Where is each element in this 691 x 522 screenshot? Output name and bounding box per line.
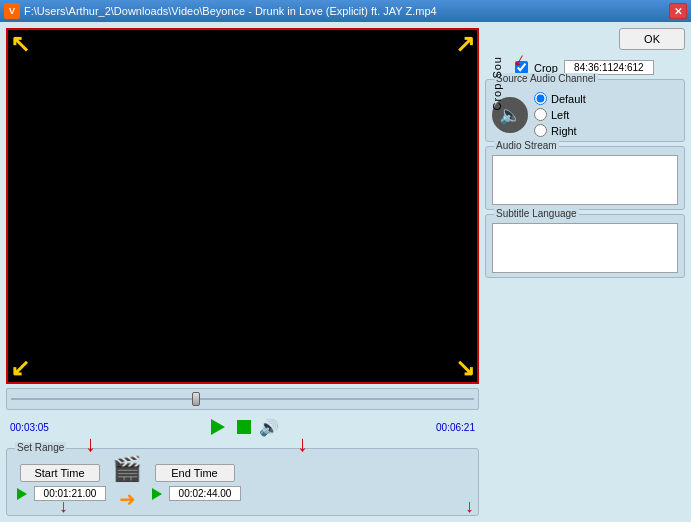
- play-button[interactable]: [207, 416, 229, 438]
- end-time-section: End Time: [148, 464, 241, 503]
- start-time-section: Start Time: [13, 464, 106, 503]
- end-time-button[interactable]: End Time: [155, 464, 235, 482]
- end-time-input[interactable]: [169, 486, 241, 501]
- timeline-area[interactable]: [6, 388, 479, 410]
- start-time-input[interactable]: [34, 486, 106, 501]
- radio-default[interactable]: Default: [534, 92, 586, 105]
- title-bar-left: V F:\Users\Arthur_2\Downloads\Video\Beyo…: [4, 3, 437, 19]
- source-audio-box: Source Audio Channel 🔈 Default Left: [485, 79, 685, 142]
- radio-left[interactable]: Left: [534, 108, 586, 121]
- audio-stream-box: Audio Stream: [485, 146, 685, 210]
- left-panel: ↖ ↗ ↙ ↘ 00:03:05: [6, 28, 479, 516]
- corner-arrow-bottomleft: ↙: [10, 356, 30, 380]
- radio-options: Default Left Right: [534, 92, 586, 137]
- orange-arrow-icon: ➜: [119, 487, 136, 511]
- crop-label[interactable]: Crop: [534, 62, 558, 74]
- radio-right-label: Right: [551, 125, 577, 137]
- playback-controls: 🔊: [207, 416, 279, 438]
- film-icon-container: 🎬 ➜: [112, 455, 142, 511]
- corner-arrow-bottomright: ↘: [455, 356, 475, 380]
- window-title: F:\Users\Arthur_2\Downloads\Video\Beyonc…: [24, 5, 437, 17]
- timeline-track[interactable]: [11, 391, 474, 407]
- close-button[interactable]: ✕: [669, 3, 687, 19]
- end-play-button[interactable]: [148, 485, 166, 503]
- start-play-icon: [17, 488, 27, 500]
- timeline-thumb[interactable]: [192, 392, 200, 406]
- start-play-button[interactable]: [13, 485, 31, 503]
- speaker-icon: 🔈: [492, 97, 528, 133]
- ok-button[interactable]: OK: [619, 28, 685, 50]
- set-range-label: Set Range: [15, 442, 66, 453]
- radio-right[interactable]: Right: [534, 124, 586, 137]
- app-icon: V: [4, 3, 20, 19]
- set-range-content: Start Time 🎬 ➜ End Time: [13, 455, 472, 511]
- stop-icon: [237, 420, 251, 434]
- main-content: ↖ ↗ ↙ ↘ 00:03:05: [0, 22, 691, 522]
- subtitle-lang-box: Subtitle Language: [485, 214, 685, 278]
- radio-left-label: Left: [551, 109, 569, 121]
- start-time-button[interactable]: Start Time: [20, 464, 100, 482]
- time-controls: 00:03:05 🔊 00:06:21: [6, 414, 479, 440]
- video-area: ↖ ↗ ↙ ↘: [6, 28, 479, 384]
- radio-default-input[interactable]: [534, 92, 547, 105]
- right-top-section: OK Crop Sou ↓ Crop Source Audio Channel: [485, 28, 685, 278]
- ok-row: OK: [485, 28, 685, 52]
- subtitle-lang-inner[interactable]: [492, 223, 678, 273]
- corner-arrow-topleft: ↖: [10, 32, 30, 56]
- current-time: 00:03:05: [10, 422, 49, 433]
- audio-stream-label: Audio Stream: [494, 140, 559, 151]
- video-display: [8, 30, 477, 382]
- subtitle-lang-label: Subtitle Language: [494, 208, 579, 219]
- start-time-row: [13, 485, 106, 503]
- end-time: 00:06:21: [436, 422, 475, 433]
- end-time-row: [148, 485, 241, 503]
- radio-left-input[interactable]: [534, 108, 547, 121]
- end-play-icon: [152, 488, 162, 500]
- radio-right-input[interactable]: [534, 124, 547, 137]
- set-range-box: Set Range ↓ ↓ Start Time: [6, 448, 479, 516]
- stop-button[interactable]: [233, 416, 255, 438]
- corner-arrow-topright: ↗: [455, 32, 475, 56]
- timeline-line: [11, 398, 474, 400]
- volume-icon[interactable]: 🔊: [259, 418, 279, 437]
- film-icon: 🎬: [112, 455, 142, 483]
- title-bar: V F:\Users\Arthur_2\Downloads\Video\Beyo…: [0, 0, 691, 22]
- source-audio-content: 🔈 Default Left Right: [492, 92, 678, 137]
- audio-stream-inner[interactable]: [492, 155, 678, 205]
- radio-default-label: Default: [551, 93, 586, 105]
- play-icon: [211, 419, 225, 435]
- source-audio-label: Source Audio Channel: [494, 73, 598, 84]
- right-panel: OK Crop Sou ↓ Crop Source Audio Channel: [485, 28, 685, 516]
